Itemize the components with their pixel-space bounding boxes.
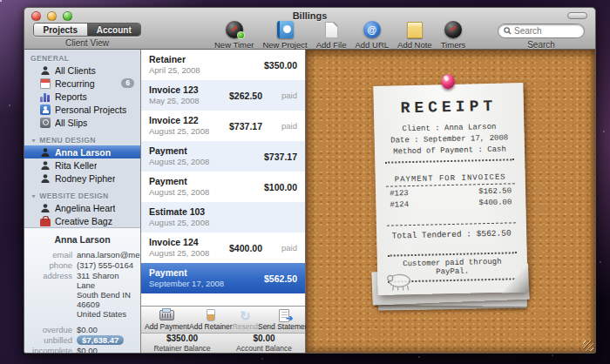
sidebar-item-rita-keller[interactable]: Rita Keller	[24, 158, 140, 172]
paid-status: paid	[262, 91, 297, 100]
disclosure-triangle-icon[interactable]: ▼	[30, 138, 37, 144]
view-segmented-control: Projects Account	[33, 23, 141, 37]
view-mode-label: Client View	[33, 38, 141, 48]
recurring-count-badge: 6	[121, 78, 134, 88]
phone-value: (317) 555-0164	[77, 260, 133, 270]
receipt-line-item: #124$400.00	[390, 197, 512, 211]
person-icon	[40, 65, 51, 76]
add-url-button[interactable]: @ Add URL	[355, 20, 389, 50]
toolbar: Projects Account Client View New Timer N…	[24, 24, 595, 50]
email-label: email	[29, 250, 72, 260]
receipt-title: RECEIPT	[383, 97, 515, 117]
tab-account[interactable]: Account	[88, 24, 141, 36]
file-icon	[325, 22, 338, 38]
invoice-row[interactable]: Invoice 124August 25, 2008 $400.00 paid	[141, 233, 305, 263]
paid-status: paid	[262, 121, 297, 131]
retainer-glass-icon	[207, 309, 215, 321]
bar-chart-icon	[40, 91, 51, 102]
resend-arrow-icon: ↻	[240, 309, 251, 322]
list-empty-area	[141, 293, 305, 306]
search-icon	[504, 27, 512, 35]
sidebar-item-anna-larson[interactable]: Anna Larson	[24, 145, 140, 158]
invoice-list: RetainerApril 25, 2008 $350.00 Invoice 1…	[140, 50, 306, 353]
new-project-button[interactable]: New Project	[262, 20, 307, 50]
invoice-row[interactable]: Estimate 103August 25, 2008	[141, 202, 305, 233]
add-payment-button[interactable]: Add Payment	[145, 308, 189, 331]
receipt-separator	[388, 252, 517, 256]
search-field[interactable]	[498, 24, 585, 38]
resend-button[interactable]: ↻ Resend	[233, 308, 258, 331]
toolbar-toggle-button[interactable]	[567, 12, 587, 19]
receipt[interactable]: RECEIPT Client : Anna Larson Date : Sept…	[373, 83, 527, 295]
send-arrow-icon: ➔	[286, 313, 293, 323]
timer-icon	[226, 21, 243, 38]
slips-icon	[40, 118, 51, 128]
tab-projects[interactable]: Projects	[34, 24, 88, 36]
add-file-button[interactable]: Add File	[316, 20, 347, 50]
push-pin-icon	[442, 74, 455, 91]
send-statement-button[interactable]: ➔ Send Statement	[258, 308, 311, 331]
balance-bar: $350.00 Retainer Balance $0.00 Account B…	[141, 333, 305, 353]
disclosure-triangle-icon[interactable]: ▼	[30, 193, 37, 199]
search-label: Search	[498, 40, 585, 50]
sidebar-item-reports[interactable]: Reports	[24, 90, 140, 103]
unbilled-value-badge: $7,638.47	[77, 335, 124, 345]
address-value: 311 Sharon Lane South Bend IN 46609 Unit…	[77, 271, 136, 319]
invoice-row-selected[interactable]: PaymentSeptember 17, 2008 $562.50	[141, 263, 305, 293]
add-retainer-button[interactable]: Add Retainer	[189, 308, 233, 331]
red-bag-icon	[40, 219, 51, 226]
timers-button[interactable]: Timers	[441, 20, 466, 50]
paid-status: paid	[262, 243, 297, 253]
invoice-row[interactable]: RetainerApril 25, 2008 $350.00	[141, 50, 305, 80]
calendar-icon	[40, 78, 51, 89]
billings-window: Billings Projects Account Client View Ne…	[24, 7, 596, 354]
sidebar-item-personal-projects[interactable]: Personal Projects	[24, 103, 140, 116]
sidebar-section-website-design[interactable]: ▼WEBSITE DESIGN	[24, 191, 140, 201]
sidebar-item-rodney-pipher[interactable]: Rodney Pipher	[24, 172, 140, 185]
sidebar: GENERAL All Clients Recurring 6 Reports …	[24, 50, 140, 353]
new-timer-button[interactable]: New Timer	[214, 20, 254, 50]
overdue-label: overdue	[29, 325, 72, 334]
sidebar-section-menu-design[interactable]: ▼MENU DESIGN	[24, 135, 140, 145]
window-resize-grip[interactable]	[583, 340, 593, 351]
invoice-row[interactable]: PaymentAugust 25, 2008 $100.00	[141, 172, 305, 202]
person-icon	[40, 203, 51, 213]
sidebar-item-all-slips[interactable]: All Slips	[24, 116, 140, 129]
receipt-section-header: PAYMENT FOR INVOICES	[384, 172, 517, 184]
sidebar-section-general: GENERAL	[24, 53, 140, 64]
phone-label: phone	[29, 260, 72, 270]
person-icon	[40, 147, 51, 158]
play-badge-icon	[237, 31, 245, 39]
personal-projects-icon	[40, 104, 51, 115]
account-balance: $0.00 Account Balance	[223, 334, 305, 353]
contact-panel: Anna Larson emailanna.larson@me.com phon…	[24, 227, 140, 354]
at-url-icon: @	[363, 21, 381, 38]
add-note-button[interactable]: Add Note	[397, 20, 432, 50]
unbilled-label: unbilled	[29, 335, 72, 345]
search-input[interactable]	[514, 26, 575, 36]
sheep-doodle	[384, 270, 418, 292]
window-chrome: Billings Projects Account Client View Ne…	[24, 8, 595, 50]
sidebar-item-all-clients[interactable]: All Clients	[24, 64, 140, 77]
sidebar-item-creative-bagz[interactable]: Creative Bagz	[24, 214, 140, 227]
sidebar-item-angelina-heart[interactable]: Angelina Heart	[24, 201, 140, 214]
invoice-row[interactable]: Invoice 123May 25, 2008 $262.50 paid	[141, 80, 305, 111]
contact-name: Anna Larson	[29, 234, 136, 245]
project-notebook-icon	[277, 21, 294, 38]
person-icon	[40, 160, 51, 171]
person-icon	[40, 173, 51, 184]
receipt-total-line: Total Tendered : $562.50	[385, 228, 518, 240]
invoice-row[interactable]: Invoice 122August 25, 2008 $737.17 paid	[141, 111, 305, 141]
incomplete-value: $0.00	[77, 346, 98, 354]
overdue-value: $0.00	[77, 325, 98, 334]
receipt-method-line: Method of Payment : Cash	[383, 144, 516, 158]
receipt-separator	[385, 158, 514, 163]
cork-board: RECEIPT Client : Anna Larson Date : Sept…	[306, 50, 595, 353]
incomplete-label: incomplete	[29, 346, 72, 354]
sticky-note-icon	[407, 22, 423, 38]
cash-register-icon	[159, 310, 174, 320]
address-label: address	[29, 271, 72, 319]
invoice-row[interactable]: PaymentAugust 25, 2008 $737.17	[141, 141, 305, 172]
receipt-separator	[387, 222, 516, 226]
sidebar-item-recurring[interactable]: Recurring 6	[24, 77, 140, 90]
